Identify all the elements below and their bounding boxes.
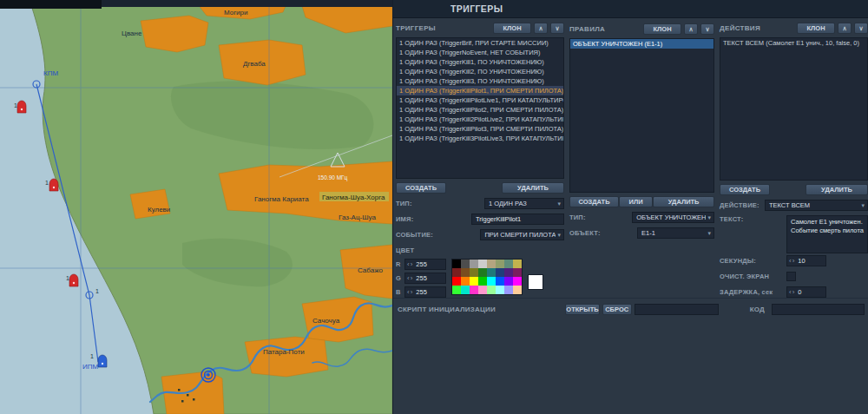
list-item[interactable]: 1 ОДИН РАЗ (TriggerKill2, ПО УНИЧТОЖЕНИЮ… bbox=[397, 67, 563, 76]
spinner-arrows-icon[interactable]: ‹› bbox=[405, 260, 416, 268]
delay-spinner[interactable]: ‹› 0 bbox=[786, 286, 826, 298]
palette-swatch[interactable] bbox=[496, 277, 504, 286]
list-item[interactable]: 1 ОДИН РАЗ (TriggerNoEvent, НЕТ СОБЫТИЯ) bbox=[397, 48, 563, 57]
enemy-unit-icon[interactable] bbox=[49, 179, 58, 191]
palette-swatch[interactable] bbox=[487, 277, 496, 286]
trigger-name-input[interactable] bbox=[471, 214, 564, 225]
map-canvas[interactable]: Могири Цване Дгваба КПМ Кулеви Ганогма К… bbox=[0, 0, 392, 414]
list-item[interactable]: 1 ОДИН РАЗ (TriggerKill1, ПО УНИЧТОЖЕНИЮ… bbox=[397, 57, 563, 67]
move-action-up-button[interactable]: ∧ bbox=[838, 23, 852, 34]
actions-list[interactable]: ТЕКСТ ВСЕМ (Самолет E1 унич., 10, false,… bbox=[720, 37, 868, 181]
seconds-spinner[interactable]: ‹› 10 bbox=[786, 255, 826, 266]
palette-swatch[interactable] bbox=[452, 277, 461, 286]
move-action-down-button[interactable]: ∨ bbox=[854, 23, 868, 34]
palette-swatch[interactable] bbox=[470, 268, 478, 277]
trigger-list[interactable]: 1 ОДИН РАЗ (TriggerBrif, ПРИ СТАРТЕ МИСС… bbox=[396, 37, 564, 179]
red-channel-spinner[interactable]: ‹› 255 bbox=[404, 259, 446, 270]
trigger-type-select[interactable]: 1 ОДИН РАЗ ▾ bbox=[484, 198, 564, 209]
rule-object-select[interactable]: E1-1 ▾ bbox=[637, 227, 714, 239]
palette-swatch[interactable] bbox=[513, 260, 522, 268]
clone-trigger-button[interactable]: КЛОН bbox=[493, 23, 531, 34]
blue-channel-label: B bbox=[396, 288, 402, 296]
rules-list[interactable]: ОБЪЕКТ УНИЧТОЖЕН (E1-1) bbox=[569, 38, 714, 193]
move-rule-down-button[interactable]: ∨ bbox=[700, 23, 714, 35]
palette-swatch[interactable] bbox=[461, 277, 470, 286]
move-rule-up-button[interactable]: ∧ bbox=[684, 23, 698, 35]
color-palette[interactable] bbox=[451, 259, 523, 295]
list-item[interactable]: ТЕКСТ ВСЕМ (Самолет E1 унич., 10, false,… bbox=[720, 38, 867, 48]
palette-swatch[interactable] bbox=[461, 260, 470, 268]
enemy-unit-icon[interactable] bbox=[69, 274, 78, 286]
panel-title[interactable]: ТРИГГЕРЫ bbox=[393, 0, 868, 18]
palette-swatch[interactable] bbox=[461, 286, 470, 294]
current-color-swatch[interactable] bbox=[528, 274, 543, 290]
list-item[interactable]: 1 ОДИН РАЗ (TriggerKill2PilotLive2, ПРИ … bbox=[397, 115, 563, 124]
palette-swatch[interactable] bbox=[496, 286, 504, 294]
palette-swatch[interactable] bbox=[452, 286, 461, 294]
list-item[interactable]: 1 ОДИН РАЗ (TriggerKillPilot1, ПРИ СМЕРТ… bbox=[397, 86, 563, 95]
palette-swatch[interactable] bbox=[513, 286, 522, 294]
palette-swatch[interactable] bbox=[478, 260, 487, 268]
list-item[interactable]: 1 ОДИН РАЗ (TriggerKillPilotLive1, ПРИ К… bbox=[397, 95, 563, 105]
palette-swatch[interactable] bbox=[496, 260, 504, 268]
chevron-down-icon: ▾ bbox=[557, 200, 561, 207]
action-text-label: ТЕКСТ: bbox=[720, 215, 786, 223]
palette-swatch[interactable] bbox=[487, 260, 496, 268]
spinner-arrows-icon[interactable]: ‹› bbox=[405, 288, 416, 296]
clear-screen-checkbox[interactable] bbox=[786, 272, 796, 281]
list-item[interactable]: ОБЪЕКТ УНИЧТОЖЕН (E1-1) bbox=[570, 39, 713, 49]
palette-swatch[interactable] bbox=[513, 277, 522, 286]
palette-swatch[interactable] bbox=[478, 286, 487, 294]
create-trigger-button[interactable]: СОЗДАТЬ bbox=[396, 182, 446, 194]
palette-swatch[interactable] bbox=[470, 260, 478, 268]
clone-action-button[interactable]: КЛОН bbox=[797, 23, 835, 34]
action-text-input[interactable]: Самолет E1 уничтожен. Событие смерть пил… bbox=[786, 215, 868, 253]
palette-swatch[interactable] bbox=[452, 268, 461, 277]
palette-swatch[interactable] bbox=[504, 260, 513, 268]
palette-swatch[interactable] bbox=[504, 268, 513, 277]
delete-trigger-button[interactable]: УДАЛИТЬ bbox=[502, 182, 564, 194]
list-item[interactable]: 1 ОДИН РАЗ (TriggerKill3, ПО УНИЧТОЖЕНИЮ… bbox=[397, 76, 563, 86]
palette-swatch[interactable] bbox=[470, 277, 478, 286]
palette-swatch[interactable] bbox=[461, 268, 470, 277]
palette-swatch[interactable] bbox=[452, 260, 461, 268]
clone-rule-button[interactable]: КЛОН bbox=[643, 23, 681, 35]
palette-swatch[interactable] bbox=[478, 277, 487, 286]
player-unit-icon[interactable] bbox=[98, 355, 107, 367]
blue-channel-spinner[interactable]: ‹› 255 bbox=[404, 286, 446, 298]
create-rule-button[interactable]: СОЗДАТЬ bbox=[569, 196, 619, 207]
palette-swatch[interactable] bbox=[496, 268, 504, 277]
enemy-unit-icon[interactable] bbox=[17, 101, 26, 113]
list-item[interactable]: 1 ОДИН РАЗ (TriggerBrif, ПРИ СТАРТЕ МИСС… bbox=[397, 38, 563, 48]
list-item[interactable]: 1 ОДИН РАЗ (TriggerKillPilot3, ПРИ СМЕРТ… bbox=[397, 124, 563, 134]
palette-swatch[interactable] bbox=[504, 286, 513, 294]
open-script-button[interactable]: ОТКРЫТЬ bbox=[565, 304, 599, 315]
palette-swatch[interactable] bbox=[504, 277, 513, 286]
spinner-arrows-icon[interactable]: ‹› bbox=[405, 274, 416, 282]
clear-screen-label: ОЧИСТ. ЭКРАН bbox=[720, 273, 786, 280]
map-label-city: Кулеви bbox=[148, 206, 170, 214]
list-item[interactable]: 1 ОДИН РАЗ (TriggerKill3PilotLive3, ПРИ … bbox=[397, 134, 563, 143]
rule-type-select[interactable]: ОБЪЕКТ УНИЧТОЖЕН ▾ bbox=[632, 212, 714, 223]
delete-action-button[interactable]: УДАЛИТЬ bbox=[806, 184, 868, 195]
spinner-arrows-icon[interactable]: ‹› bbox=[787, 257, 798, 265]
move-trigger-up-button[interactable]: ∧ bbox=[534, 23, 548, 34]
map-view[interactable]: Могири Цване Дгваба КПМ Кулеви Ганогма К… bbox=[0, 0, 392, 414]
green-channel-spinner[interactable]: ‹› 255 bbox=[404, 273, 446, 284]
palette-swatch[interactable] bbox=[487, 286, 496, 294]
init-script-input[interactable] bbox=[635, 304, 719, 315]
delete-rule-button[interactable]: УДАЛИТЬ bbox=[653, 196, 714, 207]
create-action-button[interactable]: СОЗДАТЬ bbox=[720, 184, 770, 195]
palette-swatch[interactable] bbox=[487, 268, 496, 277]
or-rule-button[interactable]: ИЛИ bbox=[619, 196, 653, 207]
spinner-arrows-icon[interactable]: ‹› bbox=[787, 288, 798, 296]
action-type-select[interactable]: ТЕКСТ ВСЕМ ▾ bbox=[765, 200, 868, 211]
list-item[interactable]: 1 ОДИН РАЗ (TriggerKillPilot2, ПРИ СМЕРТ… bbox=[397, 105, 563, 115]
move-trigger-down-button[interactable]: ∨ bbox=[550, 23, 564, 34]
trigger-event-select[interactable]: ПРИ СМЕРТИ ПИЛОТА ▾ bbox=[480, 229, 564, 240]
code-input[interactable] bbox=[772, 304, 865, 315]
palette-swatch[interactable] bbox=[513, 268, 522, 277]
reset-script-button[interactable]: СБРОС bbox=[602, 304, 632, 315]
palette-swatch[interactable] bbox=[470, 286, 478, 294]
palette-swatch[interactable] bbox=[478, 268, 487, 277]
